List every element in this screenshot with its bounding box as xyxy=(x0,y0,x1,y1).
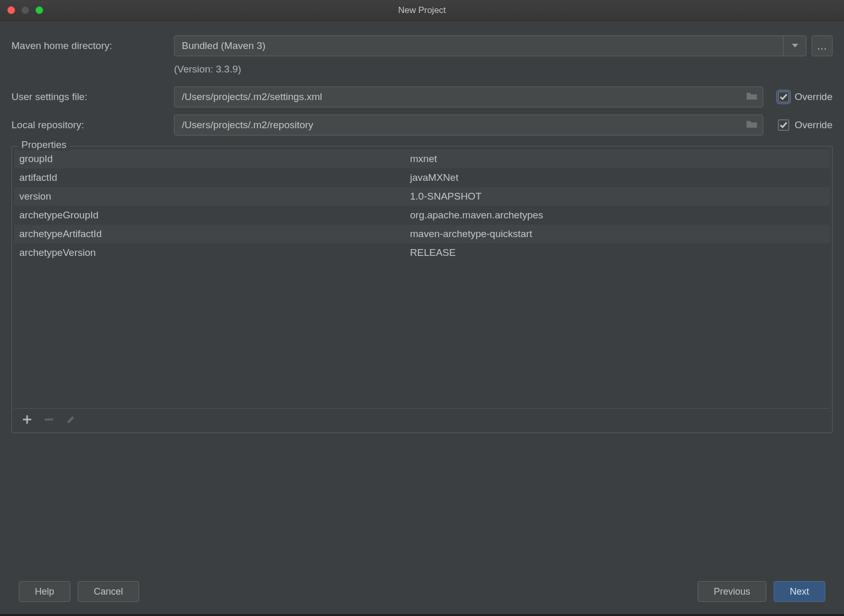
help-button[interactable]: Help xyxy=(19,581,70,602)
table-empty-area xyxy=(14,262,830,408)
table-row[interactable]: archetypeGroupId org.apache.maven.archet… xyxy=(14,206,830,225)
chevron-down-icon[interactable] xyxy=(783,36,806,56)
property-key: archetypeVersion xyxy=(14,247,410,258)
table-row[interactable]: version 1.0-SNAPSHOT xyxy=(14,187,830,206)
cancel-button[interactable]: Cancel xyxy=(78,581,139,602)
maven-home-browse-button[interactable]: … xyxy=(812,35,833,56)
property-key: version xyxy=(14,191,410,202)
local-repo-row: Local repository: /Users/projects/.m2/re… xyxy=(11,115,833,135)
window-title: New Project xyxy=(0,5,844,16)
override-label: Override xyxy=(795,119,833,131)
maven-version-text: (Version: 3.3.9) xyxy=(174,64,833,75)
user-settings-override[interactable]: Override xyxy=(778,91,833,103)
user-settings-value: /Users/projects/.m2/settings.xml xyxy=(182,91,742,103)
property-value: 1.0-SNAPSHOT xyxy=(410,191,830,202)
folder-icon[interactable] xyxy=(746,92,758,103)
properties-toolbar xyxy=(14,408,830,430)
add-property-button[interactable] xyxy=(21,414,33,425)
maven-home-label: Maven home directory: xyxy=(11,40,174,52)
properties-title: Properties xyxy=(18,139,70,151)
property-key: archetypeGroupId xyxy=(14,210,410,221)
property-value: org.apache.maven.archetypes xyxy=(410,210,830,221)
previous-button[interactable]: Previous xyxy=(698,581,766,602)
property-value: javaMXNet xyxy=(410,172,830,183)
maven-home-combo[interactable]: Bundled (Maven 3) xyxy=(174,35,806,56)
edit-property-button xyxy=(65,414,77,425)
local-repo-input[interactable]: /Users/projects/.m2/repository xyxy=(174,115,763,135)
user-settings-row: User settings file: /Users/projects/.m2/… xyxy=(11,87,833,107)
table-row[interactable]: groupId mxnet xyxy=(14,150,830,168)
override-label: Override xyxy=(795,91,833,103)
next-button[interactable]: Next xyxy=(774,581,825,602)
property-key: archetypeArtifactId xyxy=(14,228,410,240)
property-key: artifactId xyxy=(14,172,410,183)
maven-home-row: Maven home directory: Bundled (Maven 3) … xyxy=(11,35,833,56)
local-repo-override[interactable]: Override xyxy=(778,119,833,131)
local-repo-label: Local repository: xyxy=(11,119,174,131)
property-value: mxnet xyxy=(410,153,830,165)
table-row[interactable]: archetypeArtifactId maven-archetype-quic… xyxy=(14,225,830,243)
wizard-footer: Help Cancel Previous Next xyxy=(0,578,844,616)
property-value: RELEASE xyxy=(410,247,830,258)
table-row[interactable]: artifactId javaMXNet xyxy=(14,168,830,187)
remove-property-button xyxy=(43,414,55,425)
maven-home-value: Bundled (Maven 3) xyxy=(175,40,783,52)
svg-rect-0 xyxy=(45,418,53,421)
content-area: Maven home directory: Bundled (Maven 3) … xyxy=(0,21,844,578)
ellipsis-icon: … xyxy=(817,40,828,52)
local-repo-value: /Users/projects/.m2/repository xyxy=(182,119,742,131)
user-settings-label: User settings file: xyxy=(11,91,174,103)
properties-group: Properties groupId mxnet artifactId java… xyxy=(11,146,833,433)
property-key: groupId xyxy=(14,153,410,165)
user-settings-input[interactable]: /Users/projects/.m2/settings.xml xyxy=(174,87,763,107)
property-value: maven-archetype-quickstart xyxy=(410,228,830,240)
table-row[interactable]: archetypeVersion RELEASE xyxy=(14,243,830,262)
checkbox-icon[interactable] xyxy=(778,119,789,131)
properties-table[interactable]: groupId mxnet artifactId javaMXNet versi… xyxy=(14,150,830,430)
checkbox-icon[interactable] xyxy=(778,91,789,103)
title-bar: New Project xyxy=(0,0,844,21)
folder-icon[interactable] xyxy=(746,120,758,131)
